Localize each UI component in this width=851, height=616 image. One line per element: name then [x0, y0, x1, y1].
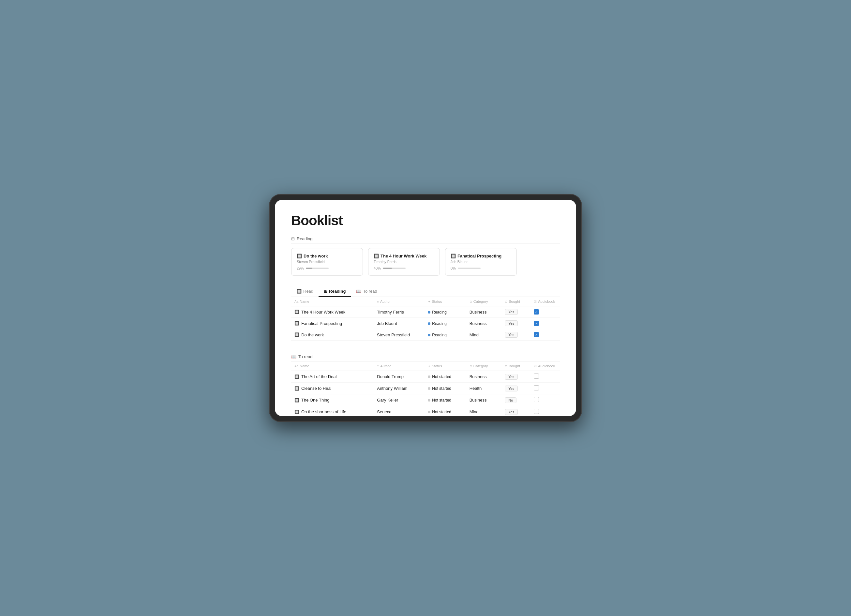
reading-row-1-bought: Yes	[501, 318, 531, 329]
th-name-reading: Aa Name	[291, 297, 374, 306]
toread-row-2-bought: No	[501, 394, 531, 406]
toread-row-0-status: Not started	[424, 371, 466, 383]
reading-row-2-bought: Yes	[501, 329, 531, 341]
toread-row-3-status: Not started	[424, 406, 466, 416]
th-bought-toread: ⊙ Bought	[501, 361, 531, 371]
gallery-section-label: Reading	[297, 236, 312, 241]
checkbox-checked[interactable]: ✓	[534, 332, 539, 337]
gallery-card-2[interactable]: 🔲 The 4 Hour Work Week Timothy Ferris 40…	[368, 248, 440, 276]
gallery-card-3-author: Jeb Blount	[451, 260, 511, 264]
toread-row-0[interactable]: 🔲 The Art of the Deal Donald Trump Not s…	[291, 371, 560, 383]
page-title: Booklist	[291, 213, 560, 228]
gallery-card-1-progress: 29%	[297, 266, 357, 270]
checkbox-unchecked[interactable]	[534, 374, 539, 379]
status-dot	[428, 411, 430, 413]
toread-row-2-name: 🔲 The One Thing	[291, 394, 374, 406]
th-audiobook-toread: ☑ Audiobook	[531, 361, 560, 371]
th-status-icon: ✦	[428, 300, 430, 303]
checkbox-checked[interactable]: ✓	[534, 321, 539, 326]
th-category-toread: ⊙ Category	[466, 361, 502, 371]
th-name-toread: Aa Name	[291, 361, 374, 371]
book-row-icon: 🔲	[295, 321, 299, 326]
tab-to-read[interactable]: 📖 To read	[351, 286, 382, 297]
toread-row-3[interactable]: 🔲 On the shortness of Life Seneca Not st…	[291, 406, 560, 416]
book-row-icon: 🔲	[295, 410, 299, 414]
toread-table-body: 🔲 The Art of the Deal Donald Trump Not s…	[291, 371, 560, 416]
toread-row-3-audiobook[interactable]	[531, 406, 560, 416]
th-category-icon: ⊙	[469, 300, 472, 303]
toread-table: Aa Name ≡ Author	[291, 361, 560, 416]
reading-row-2-status: Reading	[424, 329, 466, 341]
tab-toread-label: To read	[363, 289, 377, 294]
toread-row-1[interactable]: 🔲 Cleanse to Heal Anthony William Not st…	[291, 383, 560, 394]
book-row-icon: 🔲	[295, 374, 299, 379]
reading-row-1-author: Jeb Blount	[374, 318, 424, 329]
tab-reading[interactable]: ⊞ Reading	[319, 286, 351, 297]
reading-row-0-audiobook[interactable]: ✓	[531, 306, 560, 318]
main-content: Booklist ⊞ Reading 🔲 Do the work Steven …	[275, 200, 576, 416]
toread-row-1-category: Health	[466, 383, 502, 394]
book-icon-3: 🔲	[451, 254, 456, 258]
progress-bar-fill-1	[306, 267, 312, 269]
status-dot	[428, 334, 430, 337]
reading-table-header-row: Aa Name ≡ Author	[291, 297, 560, 306]
gallery-card-1[interactable]: 🔲 Do the work Steven Pressfield 29%	[291, 248, 363, 276]
toread-table-header-row: Aa Name ≡ Author	[291, 361, 560, 371]
reading-row-2-audiobook[interactable]: ✓	[531, 329, 560, 341]
tab-read[interactable]: 🔲 Read	[291, 286, 319, 297]
toread-row-0-category: Business	[466, 371, 502, 383]
status-dot	[428, 387, 430, 390]
toread-row-3-category: Mind	[466, 406, 502, 416]
gallery-card-2-author: Timothy Ferris	[374, 260, 434, 264]
reading-row-0-author: Timothy Ferris	[374, 306, 424, 318]
tab-read-label: Read	[303, 289, 313, 294]
th-bought-icon: ⊙	[505, 300, 507, 303]
status-dot	[428, 322, 430, 325]
gallery-card-2-progress: 40%	[374, 266, 434, 270]
book-row-icon: 🔲	[295, 386, 299, 391]
progress-bar-bg-1	[306, 267, 329, 269]
gallery-card-1-title: 🔲 Do the work	[297, 254, 357, 258]
reading-row-1-audiobook[interactable]: ✓	[531, 318, 560, 329]
toread-row-1-audiobook[interactable]	[531, 383, 560, 394]
checkbox-unchecked[interactable]	[534, 409, 539, 414]
checkbox-unchecked[interactable]	[534, 397, 539, 402]
tab-reading-label: Reading	[329, 289, 346, 294]
checkbox-unchecked[interactable]	[534, 385, 539, 391]
toread-row-3-name: 🔲 On the shortness of Life	[291, 406, 374, 416]
toread-row-0-audiobook[interactable]	[531, 371, 560, 383]
toread-row-2[interactable]: 🔲 The One Thing Gary Keller Not started …	[291, 394, 560, 406]
tabs-bar: 🔲 Read ⊞ Reading 📖 To read	[291, 286, 560, 297]
reading-row-0-category: Business	[466, 306, 501, 318]
book-icon-2: 🔲	[374, 254, 379, 258]
toread-row-2-audiobook[interactable]	[531, 394, 560, 406]
reading-row-1-category: Business	[466, 318, 501, 329]
gallery-card-3[interactable]: 🔲 Fanatical Prospecting Jeb Blount 0%	[445, 248, 517, 276]
progress-bar-bg-3	[458, 267, 481, 269]
gallery-cards: 🔲 Do the work Steven Pressfield 29% 🔲	[291, 248, 560, 276]
gallery-card-1-author: Steven Pressfield	[297, 260, 357, 264]
reading-row-2[interactable]: 🔲 Do the work Steven Pressfield Reading …	[291, 329, 560, 341]
th-audiobook-reading: ☑ Audiobook	[531, 297, 560, 306]
progress-bar-fill-2	[383, 267, 392, 269]
status-dot	[428, 311, 430, 314]
toread-row-2-author: Gary Keller	[374, 394, 424, 406]
th-author-toread: ≡ Author	[374, 361, 424, 371]
checkbox-checked[interactable]: ✓	[534, 309, 539, 314]
tab-read-icon: 🔲	[296, 289, 302, 294]
toread-table-section: 📖 To read Aa Name	[291, 350, 560, 416]
screen: Booklist ⊞ Reading 🔲 Do the work Steven …	[275, 200, 576, 416]
reading-row-2-author: Steven Pressfield	[374, 329, 424, 341]
gallery-card-3-title: 🔲 Fanatical Prospecting	[451, 254, 511, 258]
reading-table: Aa Name ≡ Author	[291, 297, 560, 341]
reading-row-1[interactable]: 🔲 Fanatical Prospecting Jeb Blount Readi…	[291, 318, 560, 329]
reading-table-section: Aa Name ≡ Author	[291, 297, 560, 341]
toread-row-0-bought: Yes	[501, 371, 531, 383]
gallery-card-3-progress: 0%	[451, 266, 511, 270]
th-bought-reading: ⊙ Bought	[501, 297, 531, 306]
reading-table-body: 🔲 The 4 Hour Work Week Timothy Ferris Re…	[291, 306, 560, 341]
reading-row-1-name: 🔲 Fanatical Prospecting	[291, 318, 374, 329]
th-name-icon: Aa	[295, 300, 298, 303]
book-row-icon: 🔲	[295, 310, 299, 314]
reading-row-0[interactable]: 🔲 The 4 Hour Work Week Timothy Ferris Re…	[291, 306, 560, 318]
